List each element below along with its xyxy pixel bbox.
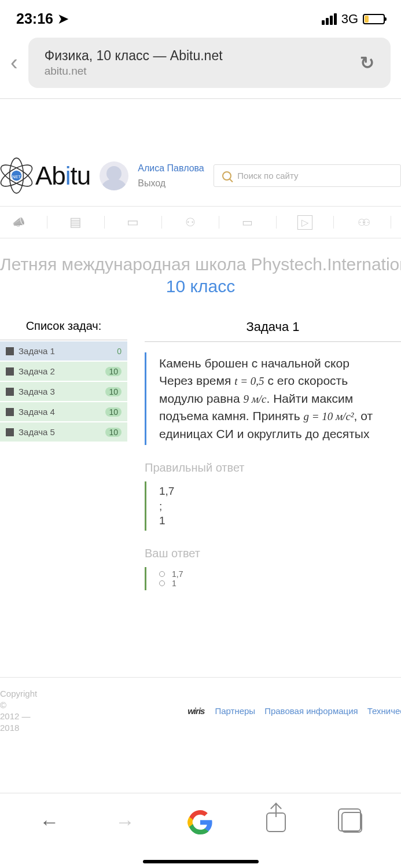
logout-link[interactable]: Выход [138,178,204,189]
task-main: Задача 1 Камень брошен с начальной скор … [145,319,401,590]
document-icon[interactable] [68,216,84,229]
address-bar[interactable]: Физика, 10 класс — Abitu.net abitu.net ↻ [28,38,391,88]
page-domain: abitu.net [45,65,223,78]
site-footer: Copyright © 2012 — 2018 wiris Партнеры П… [0,677,401,744]
breadcrumb-title: Летняя международная школа Phystech.Inte… [0,255,401,274]
task-item-label: Задача 2 [19,366,55,376]
radio-icon[interactable] [159,571,165,577]
task-score: 10 [105,407,122,417]
group-icon[interactable] [354,216,370,229]
atom-icon: NET [0,157,35,194]
task-item-label: Задача 4 [19,407,55,417]
task-item-5[interactable]: Задача 510 [0,422,127,442]
google-button[interactable] [187,810,213,835]
correct-answer-label: Правильный ответ [145,461,401,475]
task-list-heading: Список задач: [0,319,127,340]
footer-link-partners[interactable]: Партнеры [215,706,255,716]
megaphone-icon[interactable] [10,216,27,229]
footer-link-legal[interactable]: Правовая информация [264,706,358,716]
back-button[interactable]: ‹ [10,50,18,75]
battery-icon [363,14,385,24]
browser-chrome: ‹ Физика, 10 класс — Abitu.net abitu.net… [0,32,401,98]
task-score: 10 [105,428,122,437]
status-time: 23:16 [16,10,53,27]
class-title[interactable]: 10 класс [0,277,401,296]
logo-text-2: i [65,161,71,190]
reload-icon[interactable]: ↻ [360,53,374,73]
task-item-label: Задача 1 [19,346,55,356]
home-indicator[interactable] [143,860,259,863]
calculator-icon [6,347,14,355]
copyright-2: 2012 — 2018 [0,711,37,733]
nav-icons [0,206,401,238]
bottom-toolbar: ← → [0,793,401,868]
task-item-4[interactable]: Задача 410 [0,402,127,421]
nav-forward-button: → [112,810,138,835]
radio-icon[interactable] [159,580,165,586]
svg-text:NET: NET [12,174,21,179]
logo-text-3: tu [71,161,91,190]
page-title: Физика, 10 класс — Abitu.net [45,48,223,64]
your-answer-label: Ваш ответ [145,547,401,560]
calculator-icon [6,408,14,416]
task-heading: Задача 1 [145,319,401,342]
task-score: 0 [117,347,122,356]
search-placeholder: Поиск по сайту [237,171,298,181]
location-icon: ➤ [58,12,68,27]
task-item-1[interactable]: Задача 10 [0,341,127,361]
user-name-link[interactable]: Алиса Павлова [138,163,204,174]
calculator-icon [6,428,14,436]
person-icon[interactable] [182,216,198,229]
signal-icon [322,13,337,25]
copyright-1: Copyright © [0,688,37,711]
task-score: 10 [105,367,122,376]
video-icon[interactable] [240,216,256,229]
logo-text-1: Ab [35,161,65,190]
site-header: NET Abitu Алиса Павлова Выход Поиск по с… [0,145,401,206]
wiris-logo[interactable]: wiris [187,706,204,716]
folder-icon[interactable] [125,216,141,229]
avatar[interactable] [100,161,128,190]
calculator-icon [6,367,14,376]
search-icon [222,171,231,181]
status-bar: 23:16 ➤ 3G [0,0,401,32]
search-input[interactable]: Поиск по сайту [214,164,401,187]
tabs-button[interactable] [339,810,365,835]
problem-text: Камень брошен с начальной скор Через вре… [145,352,401,445]
task-item-label: Задача 5 [19,427,55,437]
play-icon[interactable] [297,216,313,229]
site-logo[interactable]: NET Abitu [0,157,90,194]
task-list-sidebar: Список задач: Задача 10Задача 210Задача … [0,319,127,590]
correct-answer-box: 1,7 ; 1 [145,481,401,531]
calculator-icon [6,388,14,396]
task-score: 10 [105,387,122,396]
task-item-3[interactable]: Задача 310 [0,382,127,401]
your-answer-box: 1,7 1 [145,567,401,590]
task-item-2[interactable]: Задача 210 [0,362,127,381]
nav-back-button[interactable]: ← [36,810,62,835]
footer-link-tech[interactable]: Техническая [367,706,401,716]
task-item-label: Задача 3 [19,387,55,396]
share-button[interactable] [263,810,289,835]
network-label: 3G [341,12,358,27]
